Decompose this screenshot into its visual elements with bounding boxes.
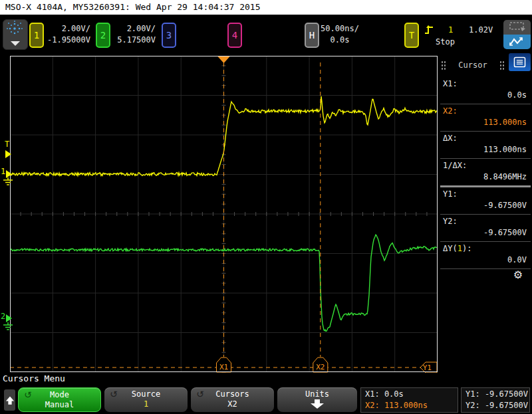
oscilloscope-screen: MSO-X 4104A, MY53260391: Wed Apr 29 14:0… (0, 0, 532, 414)
x2-value: 113.000ns (440, 118, 531, 129)
trigger-source: 1 (448, 25, 453, 35)
softkey-value: Manual (19, 400, 100, 409)
up-arrow-icon (5, 395, 15, 405)
horizontal-button[interactable]: H (305, 23, 319, 48)
acquisition-status: Stop (436, 37, 455, 47)
cursor-row-dy: ΔY(1): 0.0V (440, 242, 531, 269)
cursor-row-y1: Y1: -9.67500V (440, 187, 531, 215)
panel-menu-button[interactable] (509, 53, 531, 71)
keysight-logo-button[interactable] (3, 19, 28, 50)
y2-label: Y2: (440, 215, 531, 228)
x1-value: 0.0s (440, 90, 531, 102)
cursor-row-x1: X1: 0.0s (440, 77, 531, 104)
menu-up-button[interactable] (4, 389, 15, 411)
model-serial-datetime: MSO-X 4104A, MY53260391: Wed Apr 29 14:0… (5, 2, 261, 12)
waveform-zigzag-icon (503, 35, 531, 49)
drag-grip-icon[interactable] (499, 60, 505, 70)
svg-text:X1: X1 (219, 363, 228, 371)
channel-2-label: 2 (100, 30, 106, 41)
x2-label: X2: (440, 104, 531, 118)
y1-value: -9.67500V (440, 201, 531, 212)
softkey-units[interactable]: Units (277, 387, 357, 412)
y-cursor-readout-box: Y1: -9.67500V Y2: -9.67500V (461, 387, 530, 413)
channel-1-button[interactable]: 1 (29, 23, 44, 48)
toolbar: 1 2.00V/ -1.95000V 2 2.00V/ 5.17500V 3 4… (0, 15, 532, 53)
dy-value: 0.0V (440, 255, 531, 266)
svg-text:Y1: Y1 (423, 363, 432, 372)
spark-logo-icon (3, 20, 26, 39)
channel-2-offset: 5.17500V (109, 35, 156, 46)
inverse-dx-label: 1/ΔX: (440, 159, 531, 172)
timebase-delay: 0.0s (319, 35, 360, 46)
trigger-level-marker-label: T (5, 140, 9, 149)
x1-label: X1: (440, 77, 531, 90)
chevron-down-icon (11, 41, 20, 46)
channel-1-offset: -1.95000V (43, 35, 90, 46)
y2-value: -9.67500V (440, 228, 531, 239)
x2-readout: X2: 113.000ns (365, 400, 458, 411)
softkey-value: X2 (191, 399, 274, 409)
x1-readout: X1: 0.0s (365, 389, 458, 400)
cursor-panel: Cursor X1: 0.0s X2: 113.000ns (439, 53, 532, 373)
timebase-scale: 50.00ns/ (319, 23, 360, 35)
softkey-cursors[interactable]: ↺ Cursors X2 (191, 387, 274, 412)
channel-2-ground-marker[interactable] (6, 314, 12, 322)
channel-2-ground-label: 2 (1, 312, 5, 321)
ground-symbol-icon (3, 322, 13, 331)
channel-1-ground-label: 1 (1, 167, 5, 176)
cursor-row-y2: Y2: -9.67500V (440, 215, 531, 242)
zoom-select-button[interactable] (503, 20, 531, 35)
dy-label: ΔY(1): (440, 242, 531, 255)
rising-edge-icon (424, 25, 434, 35)
y1-readout: Y1: -9.67500V (466, 389, 529, 400)
title-bar: MSO-X 4104A, MY53260391: Wed Apr 29 14:0… (0, 0, 532, 15)
channel-1-scale: 2.00V/ (43, 23, 90, 35)
x-cursor-readout-box: X1: 0.0s X2: 113.000ns (360, 387, 458, 413)
trigger-level-marker[interactable] (5, 150, 11, 158)
display-tools (503, 20, 531, 49)
down-arrow-icon (309, 399, 325, 409)
trigger-button[interactable]: T (404, 23, 419, 48)
channel-1-readout[interactable]: 2.00V/ -1.95000V (43, 23, 90, 46)
softkey-mode[interactable]: ↺ Mode Manual (18, 387, 101, 412)
trigger-level-value: 1.02V (469, 25, 493, 35)
cursor-panel-title: Cursor (448, 60, 497, 70)
dx-label: ΔX: (440, 132, 531, 145)
gear-icon[interactable]: ⚙ (513, 268, 523, 281)
rotate-icon: ↺ (110, 389, 118, 399)
selection-rect-icon (503, 20, 531, 35)
cursor-row-x2: X2: 113.000ns (440, 104, 531, 132)
menu-title: Cursors Menu (3, 373, 65, 383)
ground-symbol-icon (3, 177, 13, 186)
menu-icon (513, 56, 526, 68)
inverse-dx-value: 8.8496MHz (440, 172, 531, 183)
softkey-label: Units (277, 389, 357, 399)
cursor-readouts: X1: 0.0s X2: 113.000ns ΔX: 113.000ns 1/Δ… (440, 77, 531, 269)
y2-readout: Y2: -9.67500V (466, 400, 529, 411)
cursor-row-dx: ΔX: 113.000ns (440, 132, 531, 159)
channel-2-scale: 2.00V/ (109, 23, 156, 35)
rotate-icon: ↺ (24, 389, 32, 400)
channel-2-button[interactable]: 2 (96, 23, 110, 48)
channel-4-label: 4 (232, 30, 237, 41)
channel-3-label: 3 (166, 30, 172, 41)
cursor-row-inverse-dx: 1/ΔX: 8.8496MHz (440, 159, 531, 187)
softkey-menu-bar: Cursors Menu ↺ Mode Manual ↺ Source 1 ↺ … (0, 373, 532, 414)
drag-grip-icon[interactable] (441, 60, 446, 70)
softkey-value: 1 (104, 399, 188, 409)
horizontal-readout[interactable]: 50.00ns/ 0.0s (319, 23, 360, 46)
dx-value: 113.000ns (440, 145, 531, 156)
waveform-touch-button[interactable] (503, 35, 531, 49)
rotate-icon: ↺ (196, 389, 204, 399)
svg-text:X2: X2 (316, 363, 325, 371)
channel-4-button[interactable]: 4 (227, 23, 242, 48)
channel-1-label: 1 (34, 30, 39, 41)
trigger-time-marker (217, 56, 231, 63)
scope-main-area: X1X2Y1 T 1 2 Cursor (0, 53, 532, 373)
channel-3-button[interactable]: 3 (162, 23, 176, 48)
channel-2-readout[interactable]: 2.00V/ 5.17500V (109, 23, 156, 46)
y1-label: Y1: (440, 187, 531, 201)
softkey-source[interactable]: ↺ Source 1 (104, 387, 188, 412)
waveform-display[interactable]: X1X2Y1 (10, 56, 438, 373)
